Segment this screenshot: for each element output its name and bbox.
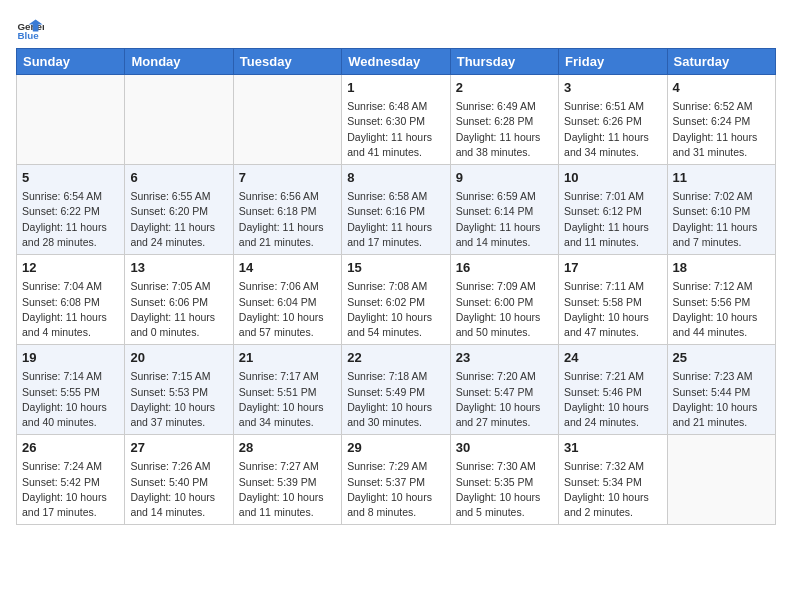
calendar-cell: 11Sunrise: 7:02 AM Sunset: 6:10 PM Dayli… — [667, 165, 775, 255]
header-day-sunday: Sunday — [17, 49, 125, 75]
day-number: 25 — [673, 349, 770, 367]
day-info: Sunrise: 7:24 AM Sunset: 5:42 PM Dayligh… — [22, 459, 119, 520]
day-number: 28 — [239, 439, 336, 457]
header-day-tuesday: Tuesday — [233, 49, 341, 75]
day-number: 8 — [347, 169, 444, 187]
day-info: Sunrise: 6:54 AM Sunset: 6:22 PM Dayligh… — [22, 189, 119, 250]
day-info: Sunrise: 7:14 AM Sunset: 5:55 PM Dayligh… — [22, 369, 119, 430]
calendar-cell: 8Sunrise: 6:58 AM Sunset: 6:16 PM Daylig… — [342, 165, 450, 255]
day-number: 12 — [22, 259, 119, 277]
day-info: Sunrise: 7:09 AM Sunset: 6:00 PM Dayligh… — [456, 279, 553, 340]
header-day-saturday: Saturday — [667, 49, 775, 75]
day-info: Sunrise: 7:17 AM Sunset: 5:51 PM Dayligh… — [239, 369, 336, 430]
calendar-cell: 1Sunrise: 6:48 AM Sunset: 6:30 PM Daylig… — [342, 75, 450, 165]
calendar-cell: 26Sunrise: 7:24 AM Sunset: 5:42 PM Dayli… — [17, 435, 125, 525]
day-number: 21 — [239, 349, 336, 367]
calendar-header-row: SundayMondayTuesdayWednesdayThursdayFrid… — [17, 49, 776, 75]
calendar-cell — [233, 75, 341, 165]
calendar-cell: 27Sunrise: 7:26 AM Sunset: 5:40 PM Dayli… — [125, 435, 233, 525]
day-info: Sunrise: 6:59 AM Sunset: 6:14 PM Dayligh… — [456, 189, 553, 250]
day-info: Sunrise: 7:21 AM Sunset: 5:46 PM Dayligh… — [564, 369, 661, 430]
day-number: 4 — [673, 79, 770, 97]
day-info: Sunrise: 7:06 AM Sunset: 6:04 PM Dayligh… — [239, 279, 336, 340]
calendar-cell: 13Sunrise: 7:05 AM Sunset: 6:06 PM Dayli… — [125, 255, 233, 345]
calendar-cell: 16Sunrise: 7:09 AM Sunset: 6:00 PM Dayli… — [450, 255, 558, 345]
day-number: 2 — [456, 79, 553, 97]
calendar-cell: 4Sunrise: 6:52 AM Sunset: 6:24 PM Daylig… — [667, 75, 775, 165]
day-number: 6 — [130, 169, 227, 187]
calendar-cell: 14Sunrise: 7:06 AM Sunset: 6:04 PM Dayli… — [233, 255, 341, 345]
day-number: 3 — [564, 79, 661, 97]
day-number: 10 — [564, 169, 661, 187]
day-number: 30 — [456, 439, 553, 457]
calendar-cell: 20Sunrise: 7:15 AM Sunset: 5:53 PM Dayli… — [125, 345, 233, 435]
week-row-4: 19Sunrise: 7:14 AM Sunset: 5:55 PM Dayli… — [17, 345, 776, 435]
day-number: 7 — [239, 169, 336, 187]
calendar-cell — [667, 435, 775, 525]
day-info: Sunrise: 6:56 AM Sunset: 6:18 PM Dayligh… — [239, 189, 336, 250]
day-number: 17 — [564, 259, 661, 277]
header-day-thursday: Thursday — [450, 49, 558, 75]
day-info: Sunrise: 7:02 AM Sunset: 6:10 PM Dayligh… — [673, 189, 770, 250]
day-info: Sunrise: 7:11 AM Sunset: 5:58 PM Dayligh… — [564, 279, 661, 340]
header: General Blue — [16, 16, 776, 44]
calendar-cell: 24Sunrise: 7:21 AM Sunset: 5:46 PM Dayli… — [559, 345, 667, 435]
day-info: Sunrise: 7:29 AM Sunset: 5:37 PM Dayligh… — [347, 459, 444, 520]
day-info: Sunrise: 6:52 AM Sunset: 6:24 PM Dayligh… — [673, 99, 770, 160]
day-info: Sunrise: 6:58 AM Sunset: 6:16 PM Dayligh… — [347, 189, 444, 250]
day-number: 19 — [22, 349, 119, 367]
calendar-cell: 3Sunrise: 6:51 AM Sunset: 6:26 PM Daylig… — [559, 75, 667, 165]
calendar-cell: 19Sunrise: 7:14 AM Sunset: 5:55 PM Dayli… — [17, 345, 125, 435]
day-info: Sunrise: 7:15 AM Sunset: 5:53 PM Dayligh… — [130, 369, 227, 430]
day-info: Sunrise: 6:55 AM Sunset: 6:20 PM Dayligh… — [130, 189, 227, 250]
day-info: Sunrise: 7:20 AM Sunset: 5:47 PM Dayligh… — [456, 369, 553, 430]
day-number: 24 — [564, 349, 661, 367]
calendar-cell: 9Sunrise: 6:59 AM Sunset: 6:14 PM Daylig… — [450, 165, 558, 255]
header-day-friday: Friday — [559, 49, 667, 75]
calendar-cell: 5Sunrise: 6:54 AM Sunset: 6:22 PM Daylig… — [17, 165, 125, 255]
day-info: Sunrise: 7:26 AM Sunset: 5:40 PM Dayligh… — [130, 459, 227, 520]
day-info: Sunrise: 7:04 AM Sunset: 6:08 PM Dayligh… — [22, 279, 119, 340]
calendar-cell — [17, 75, 125, 165]
day-info: Sunrise: 7:01 AM Sunset: 6:12 PM Dayligh… — [564, 189, 661, 250]
calendar-cell: 21Sunrise: 7:17 AM Sunset: 5:51 PM Dayli… — [233, 345, 341, 435]
day-info: Sunrise: 7:32 AM Sunset: 5:34 PM Dayligh… — [564, 459, 661, 520]
calendar-cell: 22Sunrise: 7:18 AM Sunset: 5:49 PM Dayli… — [342, 345, 450, 435]
day-number: 27 — [130, 439, 227, 457]
calendar-cell: 12Sunrise: 7:04 AM Sunset: 6:08 PM Dayli… — [17, 255, 125, 345]
logo-icon: General Blue — [16, 16, 44, 44]
day-info: Sunrise: 6:51 AM Sunset: 6:26 PM Dayligh… — [564, 99, 661, 160]
day-info: Sunrise: 7:08 AM Sunset: 6:02 PM Dayligh… — [347, 279, 444, 340]
day-number: 5 — [22, 169, 119, 187]
logo: General Blue — [16, 16, 44, 44]
day-number: 1 — [347, 79, 444, 97]
svg-text:Blue: Blue — [17, 30, 39, 41]
day-number: 11 — [673, 169, 770, 187]
calendar-cell: 7Sunrise: 6:56 AM Sunset: 6:18 PM Daylig… — [233, 165, 341, 255]
day-info: Sunrise: 7:05 AM Sunset: 6:06 PM Dayligh… — [130, 279, 227, 340]
day-info: Sunrise: 6:48 AM Sunset: 6:30 PM Dayligh… — [347, 99, 444, 160]
day-info: Sunrise: 7:18 AM Sunset: 5:49 PM Dayligh… — [347, 369, 444, 430]
calendar-cell: 17Sunrise: 7:11 AM Sunset: 5:58 PM Dayli… — [559, 255, 667, 345]
header-day-monday: Monday — [125, 49, 233, 75]
day-number: 13 — [130, 259, 227, 277]
day-number: 16 — [456, 259, 553, 277]
calendar-cell: 31Sunrise: 7:32 AM Sunset: 5:34 PM Dayli… — [559, 435, 667, 525]
day-number: 14 — [239, 259, 336, 277]
day-number: 9 — [456, 169, 553, 187]
week-row-1: 1Sunrise: 6:48 AM Sunset: 6:30 PM Daylig… — [17, 75, 776, 165]
calendar-cell: 28Sunrise: 7:27 AM Sunset: 5:39 PM Dayli… — [233, 435, 341, 525]
calendar-cell — [125, 75, 233, 165]
day-info: Sunrise: 7:30 AM Sunset: 5:35 PM Dayligh… — [456, 459, 553, 520]
calendar-cell: 18Sunrise: 7:12 AM Sunset: 5:56 PM Dayli… — [667, 255, 775, 345]
day-info: Sunrise: 7:27 AM Sunset: 5:39 PM Dayligh… — [239, 459, 336, 520]
week-row-5: 26Sunrise: 7:24 AM Sunset: 5:42 PM Dayli… — [17, 435, 776, 525]
calendar-cell: 6Sunrise: 6:55 AM Sunset: 6:20 PM Daylig… — [125, 165, 233, 255]
calendar: SundayMondayTuesdayWednesdayThursdayFrid… — [16, 48, 776, 525]
day-number: 18 — [673, 259, 770, 277]
calendar-cell: 25Sunrise: 7:23 AM Sunset: 5:44 PM Dayli… — [667, 345, 775, 435]
day-number: 22 — [347, 349, 444, 367]
week-row-3: 12Sunrise: 7:04 AM Sunset: 6:08 PM Dayli… — [17, 255, 776, 345]
calendar-cell: 30Sunrise: 7:30 AM Sunset: 5:35 PM Dayli… — [450, 435, 558, 525]
day-info: Sunrise: 7:12 AM Sunset: 5:56 PM Dayligh… — [673, 279, 770, 340]
